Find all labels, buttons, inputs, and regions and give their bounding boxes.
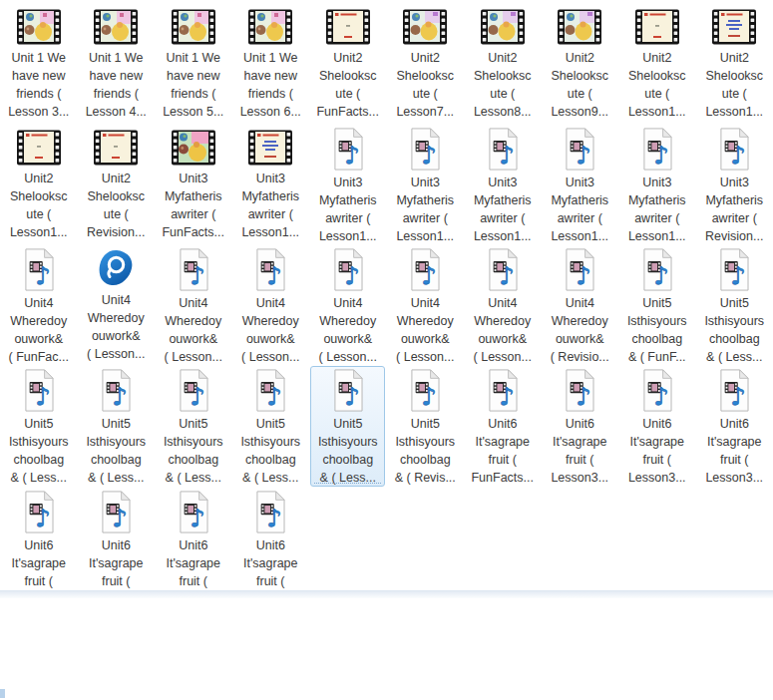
audio-file-icon: ♪ bbox=[639, 248, 675, 291]
audio-file-icon: ♪ bbox=[252, 490, 288, 533]
file-label-line: Isthisyours bbox=[232, 433, 308, 451]
file-label-line: Unit3 bbox=[232, 170, 308, 187]
file-item[interactable]: ♪ Unit5Isthisyourschoolbag& ( Less... bbox=[697, 245, 772, 366]
svg-text:♪: ♪ bbox=[577, 382, 592, 411]
file-label-line: Unit 1 We bbox=[232, 49, 308, 67]
file-item[interactable]: ♪ Unit5Isthisyourschoolbag& ( FunF... bbox=[619, 245, 694, 366]
file-label-line: Myfatheris bbox=[696, 191, 772, 209]
file-item[interactable]: ♪ Unit4Wheredoyouwork&( Lesson... bbox=[388, 245, 463, 366]
audio-file-icon: ♪ bbox=[562, 369, 597, 412]
audio-file-icon: ♪ bbox=[330, 248, 366, 291]
file-label-line: have new bbox=[156, 67, 231, 85]
file-label-line: Unit6 bbox=[465, 415, 541, 433]
file-item[interactable]: Unit 1 Wehave newfriends (Lesson 5... bbox=[156, 4, 230, 125]
file-label-line: Unit 1 We bbox=[78, 49, 154, 67]
file-label: Unit3Myfatherisawriter (Lesson1... bbox=[232, 170, 308, 241]
file-label-line: ouwork& bbox=[310, 330, 386, 348]
file-label-line: Shelooksc bbox=[387, 67, 463, 85]
file-label-line: awriter ( bbox=[696, 209, 772, 227]
file-label-line: choolbag bbox=[619, 330, 695, 348]
file-label: Unit5Isthisyourschoolbag& ( Less... bbox=[156, 415, 231, 487]
file-item[interactable]: ♪ Unit6It'sagrapefruit (Lesson3... bbox=[543, 366, 617, 487]
file-label-line: ute ( bbox=[542, 85, 617, 103]
window-corner-notch bbox=[0, 689, 5, 698]
file-item[interactable]: ♪ Unit6It'sagrapefruit (Lesson3... bbox=[619, 366, 694, 487]
file-item[interactable]: ♪ Unit4Wheredoyouwork&( Revisio... bbox=[543, 245, 617, 366]
file-label-line: It'sagrape bbox=[1, 554, 77, 572]
file-item[interactable]: ♪ Unit5Isthisyourschoolbag& ( Less... bbox=[79, 366, 154, 487]
file-item[interactable]: Unit2Shelookscute (Lesson1... bbox=[697, 4, 772, 125]
file-item[interactable]: ♪ Unit5Isthisyourschoolbag& ( Revis... bbox=[388, 366, 463, 487]
file-label-line: It'sagrape bbox=[542, 433, 617, 451]
file-item[interactable]: Unit3Myfatherisawriter (FunFacts... bbox=[156, 125, 230, 245]
file-item[interactable]: Unit2Shelookscute (Lesson7... bbox=[388, 4, 463, 125]
file-item[interactable]: ♪ Unit3Myfatherisawriter (Lesson1... bbox=[543, 125, 617, 245]
file-item[interactable]: ♪ Unit4Wheredoyouwork&( Lesson... bbox=[156, 245, 230, 366]
file-label-line: Unit4 bbox=[542, 294, 617, 312]
file-item[interactable]: ♪ Unit5Isthisyourschoolbag& ( Less... bbox=[310, 366, 385, 487]
file-item[interactable]: ♪ Unit5Isthisyourschoolbag& ( Less... bbox=[156, 366, 230, 487]
file-label-line: It'sagrape bbox=[696, 433, 772, 451]
file-item[interactable]: ♪ Unit4Wheredoyouwork&( Lesson... bbox=[465, 245, 540, 366]
file-label: Unit3Myfatherisawriter (Lesson1... bbox=[542, 174, 617, 245]
file-label-line: Unit2 bbox=[78, 170, 154, 187]
file-label-line: Myfatheris bbox=[619, 191, 695, 209]
file-label-line: & ( Less... bbox=[78, 469, 154, 487]
file-item[interactable]: Unit2Shelookscute (Lesson1... bbox=[619, 4, 694, 125]
file-item[interactable]: Unit 1 Wehave newfriends (Lesson 4... bbox=[79, 4, 154, 125]
file-item[interactable]: ♪ Unit3Myfatherisawriter (Lesson1... bbox=[388, 125, 463, 245]
file-item[interactable]: Unit2Shelookscute (Lesson1... bbox=[1, 125, 76, 245]
video-file-icon bbox=[172, 128, 215, 167]
svg-text:♪: ♪ bbox=[499, 261, 515, 290]
file-label-line: Unit3 bbox=[387, 174, 463, 191]
file-label-line: Lesson 3... bbox=[1, 103, 77, 121]
file-label: Unit3Myfatherisawriter (Lesson1... bbox=[387, 174, 463, 245]
file-label-line: & ( Less... bbox=[310, 469, 386, 487]
file-item[interactable]: Unit2Shelookscute (Lesson9... bbox=[543, 4, 617, 125]
file-item[interactable]: Unit4Wheredoyouwork&( Lesson... bbox=[79, 245, 154, 366]
audio-file-icon: ♪ bbox=[330, 128, 366, 171]
file-item[interactable]: Unit3Myfatherisawriter (Lesson1... bbox=[233, 125, 308, 245]
file-label-line: Lesson1... bbox=[619, 103, 695, 121]
file-label-line: ute ( bbox=[619, 85, 695, 103]
file-label-line: Lesson3... bbox=[542, 469, 617, 487]
file-item[interactable]: Unit2Shelookscute (Lesson8... bbox=[465, 4, 540, 125]
file-label-line: Unit4 bbox=[156, 294, 231, 312]
file-label: Unit2Shelookscute (Lesson8... bbox=[465, 49, 541, 121]
file-label-line: Unit5 bbox=[156, 415, 231, 433]
audio-file-icon: ♪ bbox=[562, 128, 597, 171]
file-item[interactable]: ♪ Unit6It'sagrapefruit ( bbox=[79, 487, 154, 607]
file-item[interactable]: ♪ Unit3Myfatherisawriter (Lesson1... bbox=[310, 125, 385, 245]
file-label-line: ouwork& bbox=[1, 330, 77, 348]
file-item[interactable]: Unit 1 Wehave newfriends (Lesson 3... bbox=[1, 4, 76, 125]
svg-text:♪: ♪ bbox=[190, 261, 205, 290]
audio-file-icon: ♪ bbox=[176, 490, 211, 533]
file-item[interactable]: ♪ Unit6It'sagrapefruit ( bbox=[1, 487, 76, 607]
file-item[interactable]: Unit 1 Wehave newfriends (Lesson 6... bbox=[233, 4, 308, 125]
file-item[interactable]: ♪ Unit5Isthisyourschoolbag& ( Less... bbox=[1, 366, 76, 487]
file-item[interactable]: Unit2Shelookscute (FunFacts... bbox=[310, 4, 385, 125]
file-item[interactable]: ♪ Unit6It'sagrapefruit (Lesson3... bbox=[697, 366, 772, 487]
file-item[interactable]: ♪ Unit4Wheredoyouwork&( Lesson... bbox=[310, 245, 385, 366]
file-item[interactable]: ♪ Unit4Wheredoyouwork&( Lesson... bbox=[233, 245, 308, 366]
file-label-line: Lesson1... bbox=[387, 227, 463, 245]
file-item[interactable]: ♪ Unit3Myfatherisawriter (Lesson1... bbox=[619, 125, 694, 245]
file-item[interactable]: Unit2Shelookscute (Revision... bbox=[79, 125, 154, 245]
file-label-line: fruit ( bbox=[232, 572, 308, 590]
file-item[interactable]: ♪ Unit3Myfatherisawriter (Revision... bbox=[697, 125, 772, 245]
file-item[interactable]: ♪ Unit6It'sagrapefruit ( bbox=[156, 487, 230, 607]
file-item[interactable]: ♪ Unit6It'sagrapefruit (FunFacts... bbox=[465, 366, 540, 487]
svg-text:♪: ♪ bbox=[344, 382, 360, 411]
file-item[interactable]: ♪ Unit4Wheredoyouwork&( FunFac... bbox=[1, 245, 76, 366]
file-label: Unit5Isthisyourschoolbag& ( Less... bbox=[232, 415, 308, 487]
audio-file-icon: ♪ bbox=[485, 248, 521, 291]
file-item[interactable]: ♪ Unit3Myfatherisawriter (Lesson1... bbox=[465, 125, 540, 245]
audio-file-icon: ♪ bbox=[21, 248, 57, 291]
file-label: Unit2Shelookscute (Lesson9... bbox=[542, 49, 617, 121]
file-item[interactable]: ♪ Unit5Isthisyourschoolbag& ( Less... bbox=[233, 366, 308, 487]
file-label-line: Unit6 bbox=[232, 536, 308, 554]
svg-text:♪: ♪ bbox=[653, 141, 669, 170]
file-label-line: FunFacts... bbox=[310, 103, 386, 121]
audio-file-icon: ♪ bbox=[716, 248, 752, 291]
file-item[interactable]: ♪ Unit6It'sagrapefruit ( bbox=[233, 487, 308, 607]
